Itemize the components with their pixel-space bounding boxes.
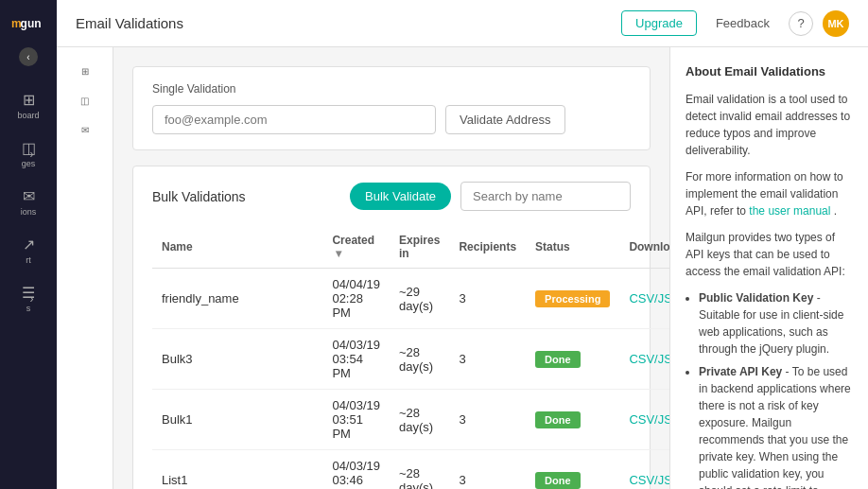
sidebar-nav: ⊞ board ◫ ges ✉ ions ↗ rt ☰ s: [17, 81, 39, 323]
download-link[interactable]: CSV/JSON: [629, 412, 669, 427]
cell-name: Bulk1: [152, 390, 322, 450]
cell-expires: ~28 day(s): [390, 450, 449, 490]
sort-icon: ▾: [336, 247, 341, 260]
table-row: Bulk3 04/03/19 03:54 PM ~28 day(s) 3 Don…: [152, 329, 669, 390]
avatar[interactable]: MK: [823, 10, 849, 37]
cell-download[interactable]: CSV/JSON: [619, 269, 669, 329]
sidebar-item-messages[interactable]: ◫ ges: [17, 130, 39, 178]
settings-icon: ☰: [22, 284, 35, 302]
sidebar-item-validations[interactable]: ✉ ions: [17, 178, 39, 226]
left-nav-item-2[interactable]: ◫: [57, 86, 113, 115]
cell-recipients: 3: [449, 329, 526, 390]
cell-download[interactable]: CSV/JSON: [619, 450, 669, 490]
sidebar-item-settings[interactable]: ☰ s: [17, 274, 39, 323]
cell-download[interactable]: CSV/JSON: [619, 390, 669, 450]
bulk-search-input[interactable]: [460, 182, 631, 211]
bulk-title: Bulk Validations: [152, 189, 246, 204]
right-panel-p1: Email validation is a tool used to detec…: [686, 91, 853, 159]
bulk-header-right: Bulk Validate: [350, 182, 631, 211]
table-row: Bulk1 04/03/19 03:51 PM ~28 day(s) 3 Don…: [152, 390, 669, 450]
topbar-left: Email Validations: [76, 15, 183, 31]
validations-icon: ✉: [23, 187, 35, 205]
page-title: Email Validations: [76, 15, 183, 31]
download-link[interactable]: CSV/JSON: [629, 352, 669, 366]
topbar: Email Validations Upgrade Feedback ? MK: [57, 0, 868, 47]
col-expires: Expires in: [390, 226, 449, 269]
user-manual-link[interactable]: the user manual: [749, 204, 830, 218]
col-status: Status: [526, 226, 619, 269]
col-recipients: Recipients: [449, 226, 526, 269]
cell-status: Done: [526, 390, 619, 450]
cell-expires: ~28 day(s): [390, 390, 449, 450]
col-created[interactable]: Created ▾: [322, 226, 390, 269]
cell-status: Done: [526, 450, 619, 490]
cell-expires: ~28 day(s): [390, 329, 449, 390]
left-nav-item-3[interactable]: ✉: [57, 115, 113, 145]
bulk-validate-button[interactable]: Bulk Validate: [350, 183, 451, 210]
cell-created: 04/03/19 03:51 PM: [322, 390, 390, 450]
cell-recipients: 3: [449, 450, 526, 490]
right-panel-p3: Mailgun provides two types of API keys t…: [686, 229, 853, 280]
download-link[interactable]: CSV/JSON: [629, 291, 669, 306]
dashboard-icon: ⊞: [23, 91, 35, 109]
table-row: friendly_name 04/04/19 02:28 PM ~29 day(…: [152, 269, 669, 329]
single-validation-input-row: Validate Address: [152, 105, 631, 134]
single-validation-label: Single Validation: [152, 82, 631, 96]
messages-icon: ◫: [22, 139, 36, 157]
col-name[interactable]: Name: [152, 226, 322, 269]
status-badge: Processing: [535, 290, 610, 307]
cell-download[interactable]: CSV/JSON: [619, 329, 669, 390]
upgrade-button[interactable]: Upgrade: [621, 10, 697, 36]
table-row: List1 04/03/19 03:46 PM ~28 day(s) 3 Don…: [152, 450, 669, 490]
cell-recipients: 3: [449, 269, 526, 329]
right-panel-p2: For more information on how to implement…: [686, 168, 853, 219]
validate-address-button[interactable]: Validate Address: [445, 105, 565, 134]
svg-text:gun: gun: [21, 17, 42, 30]
cell-created: 04/03/19 03:54 PM: [322, 329, 390, 390]
right-panel: About Email Validations Email validation…: [669, 47, 868, 489]
cell-name: Bulk3: [152, 329, 322, 390]
right-panel-bullet2: Private API Key - To be used in backend …: [699, 363, 853, 490]
email-input[interactable]: [152, 105, 436, 134]
reports-icon: ↗: [23, 236, 35, 253]
table-header-row: Name Created ▾ Expires in Recipients Sta…: [152, 226, 669, 269]
single-validation-section: Single Validation Validate Address: [132, 66, 651, 150]
left-nav-item-1[interactable]: ⊞: [57, 57, 113, 86]
bulk-table: Name Created ▾ Expires in Recipients Sta…: [152, 226, 669, 489]
sidebar-item-reports[interactable]: ↗ rt: [17, 226, 39, 274]
cell-status: Done: [526, 329, 619, 390]
bulk-header: Bulk Validations Bulk Validate: [152, 182, 631, 211]
table-body: friendly_name 04/04/19 02:28 PM ~29 day(…: [152, 269, 669, 490]
bulk-validations-section: Bulk Validations Bulk Validate Name Crea…: [132, 166, 651, 489]
sidebar-collapse-button[interactable]: ‹: [19, 47, 38, 66]
left-nav: ⊞ ◫ ✉: [57, 47, 113, 489]
topbar-right: Upgrade Feedback ? MK: [621, 10, 849, 37]
status-badge: Done: [535, 411, 581, 428]
main-area: Email Validations Upgrade Feedback ? MK …: [57, 0, 868, 489]
sidebar-item-dashboard[interactable]: ⊞ board: [17, 81, 39, 130]
cell-created: 04/03/19 03:46 PM: [322, 450, 390, 490]
cell-status: Processing: [526, 269, 619, 329]
feedback-button[interactable]: Feedback: [706, 11, 779, 35]
content-area: ⊞ ◫ ✉ Single Validation Validate Address…: [57, 47, 868, 489]
col-download: Download: [619, 226, 669, 269]
right-panel-bullet1: Public Validation Key - Suitable for use…: [699, 289, 853, 358]
cell-name: friendly_name: [152, 269, 322, 329]
sidebar: m gun ‹ ⊞ board ◫ ges ✉ ions ↗ rt ☰ s: [0, 0, 57, 489]
status-badge: Done: [535, 351, 581, 368]
cell-expires: ~29 day(s): [390, 269, 449, 329]
page-content: Single Validation Validate Address Bulk …: [113, 47, 669, 489]
cell-recipients: 3: [449, 390, 526, 450]
logo: m gun: [9, 9, 47, 38]
cell-created: 04/04/19 02:28 PM: [322, 269, 390, 329]
right-panel-list: Public Validation Key - Suitable for use…: [686, 289, 853, 490]
status-badge: Done: [535, 472, 581, 489]
cell-name: List1: [152, 450, 322, 490]
help-icon[interactable]: ?: [789, 11, 813, 36]
right-panel-title: About Email Validations: [686, 62, 853, 81]
download-link[interactable]: CSV/JSON: [629, 473, 669, 487]
